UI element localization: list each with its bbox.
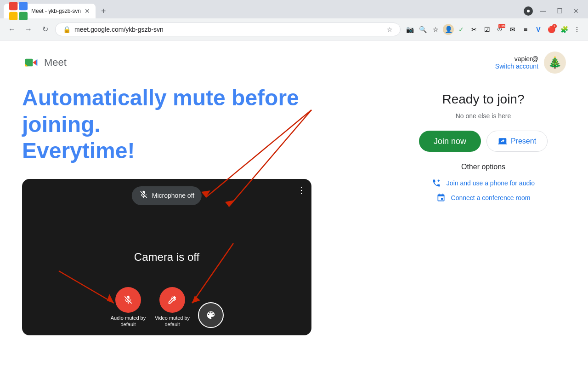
headline-text: Automatically mute before joining. Every… <box>22 85 364 164</box>
meet-logo-icon <box>22 53 40 72</box>
extension-avatar[interactable]: 👤 <box>443 24 454 35</box>
headline-line2: Everytime! <box>22 138 135 163</box>
extension-v[interactable]: V <box>533 24 544 35</box>
new-tab-button[interactable]: + <box>97 5 110 18</box>
extension-timer[interactable]: ⏱19h <box>494 24 505 35</box>
user-avatar[interactable]: 🎄 <box>544 52 566 74</box>
phone-audio-link[interactable]: Join and use a phone for audio <box>432 178 535 188</box>
other-options-label: Other options <box>461 163 505 171</box>
svg-rect-3 <box>19 12 28 20</box>
maximize-button[interactable]: ❐ <box>553 5 566 17</box>
svg-rect-0 <box>9 2 17 10</box>
url-text: meet.google.com/ykb-gszb-svn <box>74 26 383 33</box>
account-info[interactable]: vapier@ Switch account <box>495 55 538 70</box>
audio-mute-button[interactable] <box>115 287 141 313</box>
back-button[interactable]: ← <box>6 23 18 36</box>
search-icon[interactable]: 🔍 <box>417 24 428 35</box>
svg-rect-2 <box>9 12 17 20</box>
tab-title: Meet - ykb-gszb-svn <box>31 8 81 14</box>
join-actions: Join now Present <box>419 131 548 152</box>
lock-icon: 🔒 <box>63 26 71 33</box>
mic-off-icon <box>139 190 148 201</box>
svg-point-4 <box>527 10 530 12</box>
browser-tab[interactable]: Meet - ykb-gszb-svn ✕ <box>4 4 96 18</box>
participant-status: No one else is here <box>456 112 511 120</box>
address-bar[interactable]: 🔒 meet.google.com/ykb-gszb-svn ☆ <box>55 23 401 36</box>
switch-account-link[interactable]: Switch account <box>495 63 538 70</box>
extension-mail[interactable]: ✉ <box>507 24 518 35</box>
tab-favicon <box>9 2 28 20</box>
extension-scissors[interactable]: ✂ <box>469 24 480 35</box>
chrome-settings-icon[interactable] <box>524 6 533 16</box>
join-panel: Ready to join? No one else is here Join … <box>401 85 566 208</box>
svg-rect-1 <box>19 2 28 10</box>
mic-status-indicator: Microphone off <box>132 186 202 205</box>
page-header: Meet vapier@ Switch account 🎄 <box>22 52 566 74</box>
more-options-button[interactable]: ⋮ <box>297 184 306 196</box>
phone-audio-text: Join and use a phone for audio <box>447 179 535 187</box>
effects-button[interactable] <box>198 302 224 328</box>
conference-room-text: Connect a conference room <box>451 194 531 201</box>
camera-icon[interactable]: 📷 <box>404 24 415 35</box>
close-button[interactable]: ✕ <box>570 5 582 17</box>
extension-check[interactable]: ✓ <box>456 24 467 35</box>
star-icon[interactable]: ☆ <box>387 26 393 33</box>
ready-to-join-title: Ready to join? <box>442 92 524 107</box>
camera-off-label: Camera is off <box>134 251 199 264</box>
audio-muted-label: Audio muted by default <box>110 315 147 328</box>
video-preview-container: Camera is off Microphone off ⋮ <box>22 179 311 335</box>
tab-close-button[interactable]: ✕ <box>85 7 90 15</box>
extensions-button[interactable]: 🧩 <box>559 24 570 35</box>
phone-icon <box>432 178 441 188</box>
menu-button[interactable]: ⋮ <box>571 24 582 35</box>
video-controls-bar: Audio muted by default Video muted by de… <box>110 287 224 328</box>
mic-off-text: Microphone off <box>152 192 194 199</box>
minimize-button[interactable]: ─ <box>537 5 549 17</box>
present-icon <box>498 137 507 146</box>
present-label: Present <box>511 137 536 145</box>
present-button[interactable]: Present <box>486 131 548 152</box>
video-muted-label: Video muted by default <box>154 315 191 328</box>
forward-button[interactable]: → <box>22 23 35 36</box>
bookmark-icon[interactable]: ☆ <box>430 24 441 35</box>
reload-button[interactable]: ↻ <box>39 23 51 36</box>
account-email: vapier@ <box>495 55 538 63</box>
conference-room-link[interactable]: Connect a conference room <box>436 193 531 202</box>
join-now-button[interactable]: Join now <box>419 131 481 152</box>
logo-area: Meet <box>22 53 67 72</box>
conference-room-icon <box>436 193 446 202</box>
extension-todo[interactable]: ☑ <box>481 24 492 35</box>
headline-line1: Automatically mute before joining. <box>22 86 299 137</box>
extension-red[interactable]: 🔴1 <box>546 24 557 35</box>
extension-list[interactable]: ≡ <box>520 24 531 35</box>
app-title: Meet <box>44 57 67 69</box>
video-mute-button[interactable] <box>159 287 185 313</box>
